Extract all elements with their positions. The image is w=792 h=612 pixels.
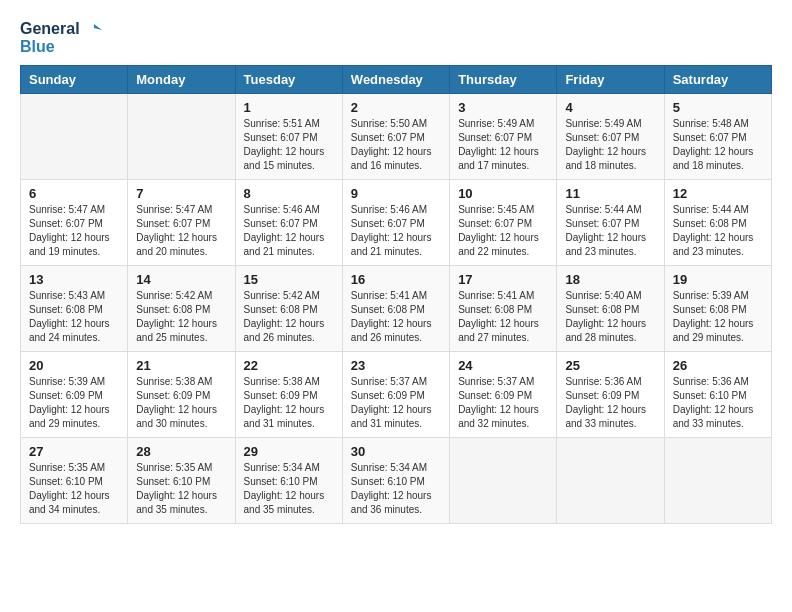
day-number: 3	[458, 100, 548, 115]
logo-bird-icon	[86, 22, 102, 38]
day-number: 13	[29, 272, 119, 287]
day-info: Sunrise: 5:43 AM Sunset: 6:08 PM Dayligh…	[29, 289, 119, 345]
day-cell: 14Sunrise: 5:42 AM Sunset: 6:08 PM Dayli…	[128, 266, 235, 352]
calendar: SundayMondayTuesdayWednesdayThursdayFrid…	[20, 65, 772, 524]
day-info: Sunrise: 5:38 AM Sunset: 6:09 PM Dayligh…	[244, 375, 334, 431]
day-number: 22	[244, 358, 334, 373]
day-info: Sunrise: 5:46 AM Sunset: 6:07 PM Dayligh…	[244, 203, 334, 259]
day-number: 17	[458, 272, 548, 287]
header-friday: Friday	[557, 66, 664, 94]
week-row-1: 1Sunrise: 5:51 AM Sunset: 6:07 PM Daylig…	[21, 94, 772, 180]
day-info: Sunrise: 5:34 AM Sunset: 6:10 PM Dayligh…	[244, 461, 334, 517]
day-cell: 8Sunrise: 5:46 AM Sunset: 6:07 PM Daylig…	[235, 180, 342, 266]
day-cell: 5Sunrise: 5:48 AM Sunset: 6:07 PM Daylig…	[664, 94, 771, 180]
day-info: Sunrise: 5:48 AM Sunset: 6:07 PM Dayligh…	[673, 117, 763, 173]
day-info: Sunrise: 5:51 AM Sunset: 6:07 PM Dayligh…	[244, 117, 334, 173]
day-cell: 7Sunrise: 5:47 AM Sunset: 6:07 PM Daylig…	[128, 180, 235, 266]
day-cell: 17Sunrise: 5:41 AM Sunset: 6:08 PM Dayli…	[450, 266, 557, 352]
day-info: Sunrise: 5:35 AM Sunset: 6:10 PM Dayligh…	[29, 461, 119, 517]
day-number: 5	[673, 100, 763, 115]
day-info: Sunrise: 5:40 AM Sunset: 6:08 PM Dayligh…	[565, 289, 655, 345]
day-info: Sunrise: 5:44 AM Sunset: 6:07 PM Dayligh…	[565, 203, 655, 259]
logo: General Blue	[20, 20, 102, 55]
week-row-4: 20Sunrise: 5:39 AM Sunset: 6:09 PM Dayli…	[21, 352, 772, 438]
day-info: Sunrise: 5:41 AM Sunset: 6:08 PM Dayligh…	[351, 289, 441, 345]
day-cell: 26Sunrise: 5:36 AM Sunset: 6:10 PM Dayli…	[664, 352, 771, 438]
day-cell: 11Sunrise: 5:44 AM Sunset: 6:07 PM Dayli…	[557, 180, 664, 266]
day-number: 9	[351, 186, 441, 201]
day-number: 1	[244, 100, 334, 115]
day-number: 10	[458, 186, 548, 201]
day-cell: 4Sunrise: 5:49 AM Sunset: 6:07 PM Daylig…	[557, 94, 664, 180]
day-number: 15	[244, 272, 334, 287]
day-cell	[128, 94, 235, 180]
day-cell: 16Sunrise: 5:41 AM Sunset: 6:08 PM Dayli…	[342, 266, 449, 352]
day-cell: 25Sunrise: 5:36 AM Sunset: 6:09 PM Dayli…	[557, 352, 664, 438]
day-number: 4	[565, 100, 655, 115]
day-info: Sunrise: 5:45 AM Sunset: 6:07 PM Dayligh…	[458, 203, 548, 259]
header-wednesday: Wednesday	[342, 66, 449, 94]
day-cell: 29Sunrise: 5:34 AM Sunset: 6:10 PM Dayli…	[235, 438, 342, 524]
day-number: 28	[136, 444, 226, 459]
day-info: Sunrise: 5:46 AM Sunset: 6:07 PM Dayligh…	[351, 203, 441, 259]
day-cell: 24Sunrise: 5:37 AM Sunset: 6:09 PM Dayli…	[450, 352, 557, 438]
header-monday: Monday	[128, 66, 235, 94]
day-info: Sunrise: 5:39 AM Sunset: 6:08 PM Dayligh…	[673, 289, 763, 345]
week-row-3: 13Sunrise: 5:43 AM Sunset: 6:08 PM Dayli…	[21, 266, 772, 352]
day-number: 14	[136, 272, 226, 287]
day-info: Sunrise: 5:37 AM Sunset: 6:09 PM Dayligh…	[351, 375, 441, 431]
day-cell: 6Sunrise: 5:47 AM Sunset: 6:07 PM Daylig…	[21, 180, 128, 266]
day-number: 6	[29, 186, 119, 201]
day-cell: 21Sunrise: 5:38 AM Sunset: 6:09 PM Dayli…	[128, 352, 235, 438]
day-info: Sunrise: 5:34 AM Sunset: 6:10 PM Dayligh…	[351, 461, 441, 517]
logo-container: General Blue	[20, 20, 102, 55]
logo-general: General	[20, 20, 80, 37]
day-number: 18	[565, 272, 655, 287]
day-cell: 10Sunrise: 5:45 AM Sunset: 6:07 PM Dayli…	[450, 180, 557, 266]
day-cell	[664, 438, 771, 524]
day-number: 12	[673, 186, 763, 201]
day-cell: 19Sunrise: 5:39 AM Sunset: 6:08 PM Dayli…	[664, 266, 771, 352]
day-cell: 1Sunrise: 5:51 AM Sunset: 6:07 PM Daylig…	[235, 94, 342, 180]
day-cell	[557, 438, 664, 524]
day-number: 16	[351, 272, 441, 287]
day-info: Sunrise: 5:44 AM Sunset: 6:08 PM Dayligh…	[673, 203, 763, 259]
day-info: Sunrise: 5:50 AM Sunset: 6:07 PM Dayligh…	[351, 117, 441, 173]
day-number: 30	[351, 444, 441, 459]
day-number: 19	[673, 272, 763, 287]
header-saturday: Saturday	[664, 66, 771, 94]
day-info: Sunrise: 5:47 AM Sunset: 6:07 PM Dayligh…	[29, 203, 119, 259]
header-row: SundayMondayTuesdayWednesdayThursdayFrid…	[21, 66, 772, 94]
day-info: Sunrise: 5:42 AM Sunset: 6:08 PM Dayligh…	[136, 289, 226, 345]
day-cell: 22Sunrise: 5:38 AM Sunset: 6:09 PM Dayli…	[235, 352, 342, 438]
day-number: 21	[136, 358, 226, 373]
day-info: Sunrise: 5:49 AM Sunset: 6:07 PM Dayligh…	[565, 117, 655, 173]
day-cell: 27Sunrise: 5:35 AM Sunset: 6:10 PM Dayli…	[21, 438, 128, 524]
day-number: 20	[29, 358, 119, 373]
day-info: Sunrise: 5:36 AM Sunset: 6:09 PM Dayligh…	[565, 375, 655, 431]
day-cell: 12Sunrise: 5:44 AM Sunset: 6:08 PM Dayli…	[664, 180, 771, 266]
day-number: 26	[673, 358, 763, 373]
day-cell: 28Sunrise: 5:35 AM Sunset: 6:10 PM Dayli…	[128, 438, 235, 524]
page-header: General Blue	[20, 20, 772, 55]
day-cell	[450, 438, 557, 524]
day-number: 7	[136, 186, 226, 201]
header-sunday: Sunday	[21, 66, 128, 94]
day-cell: 15Sunrise: 5:42 AM Sunset: 6:08 PM Dayli…	[235, 266, 342, 352]
day-cell: 30Sunrise: 5:34 AM Sunset: 6:10 PM Dayli…	[342, 438, 449, 524]
header-thursday: Thursday	[450, 66, 557, 94]
day-info: Sunrise: 5:38 AM Sunset: 6:09 PM Dayligh…	[136, 375, 226, 431]
day-cell: 13Sunrise: 5:43 AM Sunset: 6:08 PM Dayli…	[21, 266, 128, 352]
week-row-5: 27Sunrise: 5:35 AM Sunset: 6:10 PM Dayli…	[21, 438, 772, 524]
day-cell: 3Sunrise: 5:49 AM Sunset: 6:07 PM Daylig…	[450, 94, 557, 180]
logo-blue: Blue	[20, 38, 55, 55]
day-info: Sunrise: 5:36 AM Sunset: 6:10 PM Dayligh…	[673, 375, 763, 431]
svg-marker-0	[94, 24, 102, 30]
day-number: 11	[565, 186, 655, 201]
day-number: 25	[565, 358, 655, 373]
day-info: Sunrise: 5:35 AM Sunset: 6:10 PM Dayligh…	[136, 461, 226, 517]
day-cell: 2Sunrise: 5:50 AM Sunset: 6:07 PM Daylig…	[342, 94, 449, 180]
day-cell: 18Sunrise: 5:40 AM Sunset: 6:08 PM Dayli…	[557, 266, 664, 352]
day-number: 24	[458, 358, 548, 373]
day-info: Sunrise: 5:37 AM Sunset: 6:09 PM Dayligh…	[458, 375, 548, 431]
